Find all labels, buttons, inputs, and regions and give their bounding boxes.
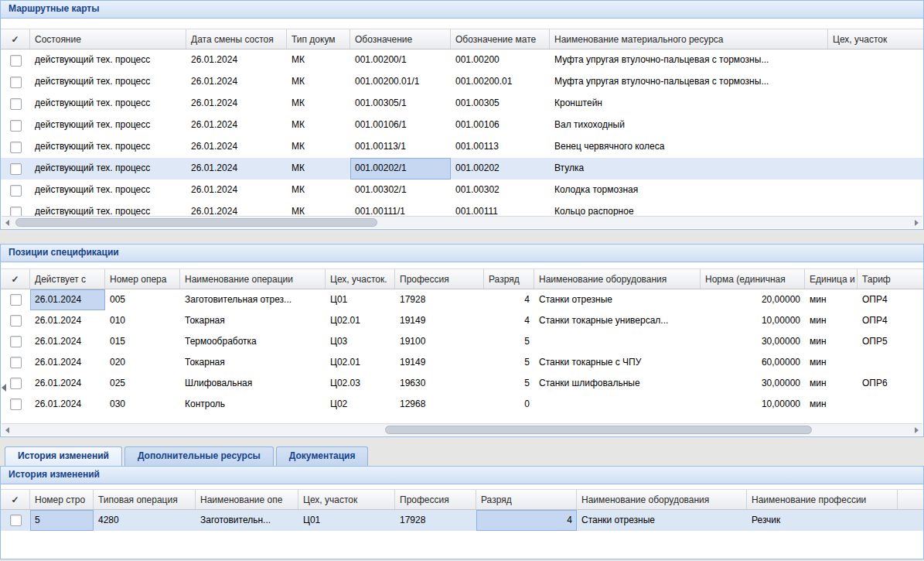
cell[interactable] (858, 394, 923, 415)
cell[interactable]: 30,00000 (701, 331, 805, 352)
cell[interactable]: 26.01.2024 (186, 50, 287, 71)
cell[interactable]: 001.00202/1 (350, 158, 451, 180)
column-header[interactable]: Разряд (476, 490, 577, 509)
cell[interactable]: ОПР4 (858, 289, 923, 310)
cell[interactable]: 5 (30, 510, 94, 531)
table-row[interactable]: действующий тех. процесс26.01.2024МК001.… (1, 93, 923, 115)
table-row[interactable]: действующий тех. процесс26.01.2024МК001.… (1, 201, 923, 217)
select-all-checkmark-icon[interactable]: ✓ (1, 490, 30, 509)
cell[interactable] (828, 50, 923, 71)
cell[interactable]: 001.00305 (451, 93, 550, 115)
cell[interactable]: 10,00000 (701, 394, 805, 415)
row-checkbox[interactable] (10, 399, 22, 410)
cell[interactable]: Муфта упругая втулочно-пальцевая с тормо… (550, 50, 828, 71)
cell[interactable]: 015 (105, 331, 180, 352)
cell[interactable]: действующий тех. процесс (30, 115, 186, 136)
cell[interactable]: 19149 (395, 310, 484, 331)
cell[interactable]: 010 (105, 310, 180, 331)
cell[interactable]: Термообработка (180, 331, 326, 352)
cell[interactable]: МК (287, 93, 350, 115)
row-checkbox[interactable] (10, 378, 22, 389)
cell[interactable]: действующий тех. процесс (30, 158, 186, 180)
cell[interactable]: действующий тех. процесс (30, 180, 186, 201)
cell[interactable]: 26.01.2024 (30, 310, 105, 331)
cell[interactable]: МК (287, 115, 350, 136)
cell[interactable]: 19630 (395, 373, 484, 394)
table-row[interactable]: действующий тех. процесс26.01.2024МК001.… (1, 180, 923, 201)
cell[interactable]: 30,00000 (701, 373, 805, 394)
cell[interactable]: 26.01.2024 (30, 331, 105, 352)
cell[interactable]: мин (805, 394, 858, 415)
scroll-right-arrow[interactable] (910, 424, 922, 436)
cell[interactable] (534, 394, 701, 415)
scroll-left-arrow[interactable] (2, 217, 14, 228)
cell[interactable]: Токарная (180, 310, 326, 331)
column-header[interactable]: Профессия (395, 269, 484, 289)
cell[interactable]: Заготовительн... (196, 510, 298, 531)
column-header[interactable]: Наименование профессии (747, 490, 898, 509)
column-header[interactable]: Тариф (858, 269, 923, 289)
column-header[interactable]: Единица и (805, 269, 858, 289)
cell[interactable]: 001.00200 (451, 50, 550, 71)
scroll-track[interactable] (14, 217, 910, 228)
table-row[interactable]: 26.01.2024020ТокарнаяЦ02.01191495Станки … (1, 352, 923, 373)
table-row[interactable]: 26.01.2024030КонтрольЦ0212968010,00000ми… (1, 394, 923, 415)
route-horizontal-scrollbar[interactable] (2, 216, 922, 228)
column-header[interactable]: Типовая операция (94, 490, 196, 509)
cell[interactable]: Муфта упругая втулочно-пальцевая с тормо… (550, 71, 828, 93)
splitter-horizontal[interactable] (0, 230, 924, 244)
table-row[interactable]: действующий тех. процесс26.01.2024МК001.… (1, 115, 923, 136)
tab-change-history[interactable]: История изменений (5, 446, 122, 466)
cell[interactable]: 020 (105, 352, 180, 373)
column-header[interactable]: Номер стро (30, 490, 94, 509)
cell[interactable]: 005 (105, 289, 180, 310)
column-header[interactable]: Номер опера (105, 269, 180, 289)
cell[interactable]: 17928 (395, 510, 476, 531)
cell[interactable]: 19149 (395, 352, 484, 373)
column-header[interactable]: Состояние (30, 29, 186, 49)
cell[interactable]: 030 (105, 394, 180, 415)
splitter-horizontal[interactable] (0, 437, 924, 446)
column-header[interactable]: Профессия (395, 490, 476, 509)
cell[interactable]: 10,00000 (701, 310, 805, 331)
column-header[interactable]: Цех, участок. (326, 269, 395, 289)
cell[interactable]: 025 (105, 373, 180, 394)
cell[interactable]: 001.00111 (451, 201, 550, 217)
row-checkbox[interactable] (10, 515, 22, 526)
scroll-track[interactable] (14, 424, 910, 436)
cell[interactable]: 001.00113/1 (350, 136, 451, 158)
cell[interactable]: мин (805, 289, 858, 310)
row-checkbox[interactable] (10, 98, 22, 110)
cell[interactable]: мин (805, 352, 858, 373)
cell[interactable]: 5 (484, 352, 534, 373)
cell[interactable]: 4 (484, 289, 534, 310)
table-row[interactable]: действующий тех. процесс26.01.2024МК001.… (1, 71, 923, 93)
cell[interactable]: Ц02.01 (326, 310, 395, 331)
cell[interactable] (828, 71, 923, 93)
cell[interactable]: 26.01.2024 (186, 71, 287, 93)
cell[interactable]: 001.00302 (451, 180, 550, 201)
cell[interactable]: Станки отрезные (534, 289, 701, 310)
cell[interactable]: 19100 (395, 331, 484, 352)
column-header[interactable]: Цех, участок (298, 490, 395, 509)
table-row[interactable]: 26.01.2024005Заготовительная отрез...Ц01… (1, 289, 923, 310)
spec-horizontal-scrollbar[interactable] (2, 423, 922, 436)
cell[interactable]: 001.00305/1 (350, 93, 451, 115)
table-row[interactable]: действующий тех. процесс26.01.2024МК001.… (1, 50, 923, 71)
cell[interactable]: 001.00200.01/1 (350, 71, 451, 93)
cell[interactable]: мин (805, 331, 858, 352)
cell[interactable]: мин (805, 373, 858, 394)
cell[interactable]: МК (287, 201, 350, 217)
cell[interactable]: МК (287, 50, 350, 71)
column-header[interactable]: Наименование оборудования (577, 490, 747, 509)
tab-additional-resources[interactable]: Дополнительные ресурсы (124, 446, 274, 466)
scroll-left-arrow[interactable] (2, 424, 14, 436)
cell[interactable]: 26.01.2024 (186, 180, 287, 201)
column-header[interactable]: Действует с (30, 269, 105, 289)
cell[interactable]: 0 (484, 394, 534, 415)
row-checkbox[interactable] (10, 55, 22, 67)
cell[interactable]: Кольцо распорное (550, 201, 828, 217)
cell[interactable]: 001.00106 (451, 115, 550, 136)
table-row[interactable]: 54280Заготовительн...Ц01179284Станки отр… (1, 510, 923, 531)
scrollbar-thumb[interactable] (15, 218, 377, 227)
